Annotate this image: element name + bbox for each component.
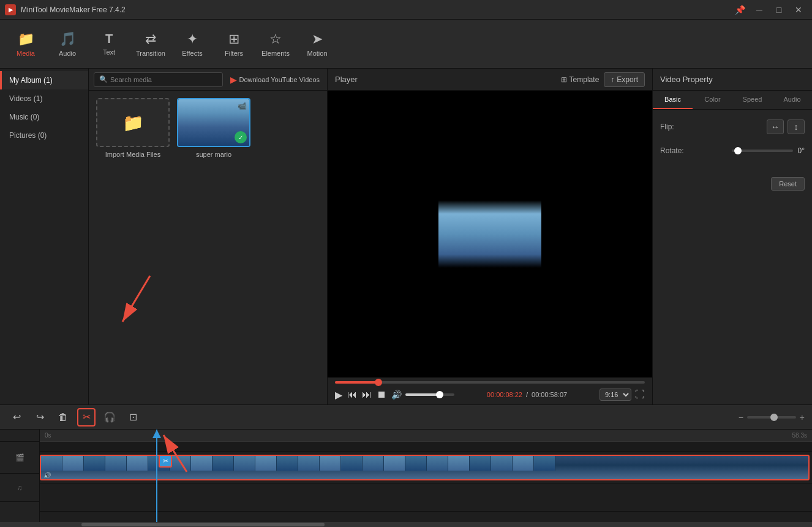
frame-12 — [277, 456, 298, 471]
sidebar-item-pictures[interactable]: Pictures (0) — [0, 126, 88, 145]
rotate-slider[interactable] — [732, 150, 793, 152]
controls-row: ▶ ⏮ ⏭ ⏹ 🔊 00:00:08:22 / 00:00:5 — [335, 389, 645, 401]
rotate-label: Rotate: — [660, 146, 684, 155]
yt-download-button[interactable]: ▶ Download YouTube Videos — [228, 75, 323, 85]
main-toolbar: 📁 Media 🎵 Audio T Text ⇄ Transition ✦ Ef… — [0, 20, 812, 69]
progress-bar[interactable] — [335, 381, 645, 384]
progress-fill — [335, 381, 378, 384]
toolbar-label-transition: Transition — [136, 50, 165, 57]
toolbar-label-motion: Motion — [307, 50, 327, 57]
pin-button[interactable]: 📌 — [731, 4, 748, 16]
playhead[interactable] — [156, 430, 157, 522]
search-placeholder: Search media — [110, 76, 152, 83]
fullscreen-button[interactable]: ⛶ — [635, 389, 645, 400]
flip-label: Flip: — [660, 123, 674, 131]
toolbar-label-audio: Audio — [59, 50, 76, 57]
toolbar-item-text[interactable]: T Text — [88, 22, 130, 66]
media-panel: 🔍 Search media ▶ Download YouTube Videos… — [89, 69, 328, 404]
timeline-tracks: 0s 58.3s — [40, 430, 812, 522]
properties-panel: Video Property Basic Color Speed Audio F… — [653, 69, 812, 404]
audio-detach-button[interactable]: 🎧 — [100, 408, 119, 427]
undo-button[interactable]: ↩ — [7, 408, 26, 427]
frame-4 — [105, 456, 127, 471]
split-button[interactable]: ✂ — [77, 408, 96, 427]
import-thumb[interactable]: 📁 — [96, 98, 170, 147]
sidebar-item-videos[interactable]: Videos (1) — [0, 89, 88, 108]
timeline-toolbar: ↩ ↪ 🗑 ✂ 🎧 ⊡ − + — [0, 405, 812, 430]
tab-audio[interactable]: Audio — [772, 91, 812, 109]
progress-thumb — [375, 379, 382, 386]
tab-speed[interactable]: Speed — [732, 91, 772, 109]
player-actions: ⊞ Template ↑ Export — [561, 72, 645, 87]
total-time: 00:00:58:07 — [532, 391, 567, 398]
prev-frame-button[interactable]: ⏮ — [347, 389, 357, 400]
redo-button[interactable]: ↪ — [31, 408, 49, 427]
track-icon-main: 🎬 — [0, 442, 39, 474]
player-controls: ▶ ⏮ ⏭ ⏹ 🔊 00:00:08:22 / 00:00:5 — [328, 377, 652, 404]
maximize-button[interactable]: □ — [770, 4, 788, 16]
sidebar-item-music[interactable]: Music (0) — [0, 108, 88, 126]
audio-icon: 🎵 — [59, 31, 76, 47]
media-item-super-mario[interactable]: 📹 ✓ super mario — [177, 98, 250, 397]
toolbar-item-audio[interactable]: 🎵 Audio — [47, 22, 88, 66]
flip-row: Flip: ↔ ↕ — [660, 119, 805, 134]
volume-icon[interactable]: 🔊 — [391, 390, 402, 400]
text-icon: T — [105, 32, 113, 46]
player-panel: Player ⊞ Template ↑ Export — [328, 69, 653, 404]
toolbar-item-transition[interactable]: ⇄ Transition — [130, 22, 171, 66]
zoom-in-icon[interactable]: + — [800, 412, 805, 422]
frame-18 — [405, 456, 427, 471]
volume-fill — [405, 393, 440, 396]
ruler-start: 0s — [45, 432, 51, 439]
crop-button[interactable]: ⊡ — [124, 408, 142, 427]
toolbar-item-effects[interactable]: ✦ Effects — [171, 22, 213, 66]
video-seg-top — [438, 142, 541, 200]
tab-basic[interactable]: Basic — [653, 91, 693, 109]
frame-13 — [298, 456, 320, 471]
media-thumb-super-mario[interactable]: 📹 ✓ — [177, 98, 250, 147]
reset-button[interactable]: Reset — [771, 177, 805, 191]
close-button[interactable]: ✕ — [790, 4, 807, 16]
tab-color[interactable]: Color — [693, 91, 732, 109]
toolbar-label-filters: Filters — [225, 50, 243, 57]
search-box[interactable]: 🔍 Search media — [94, 72, 223, 87]
flip-horizontal-button[interactable]: ↔ — [767, 119, 784, 134]
timeline-scrollbar[interactable] — [0, 522, 812, 527]
volume-bar[interactable] — [405, 393, 454, 396]
ruler-spacer — [0, 430, 39, 442]
rotate-controls: 0° — [732, 146, 805, 155]
titlebar: ▶ MiniTool MovieMaker Free 7.4.2 📌 ─ □ ✕ — [0, 0, 812, 20]
sidebar-item-my-album[interactable]: My Album (1) — [0, 71, 88, 89]
minimize-button[interactable]: ─ — [751, 4, 768, 16]
toolbar-item-motion[interactable]: ➤ Motion — [296, 22, 338, 66]
frame-5 — [127, 456, 148, 471]
zoom-out-icon[interactable]: − — [739, 412, 743, 422]
import-media-item[interactable]: 📁 Import Media Files — [96, 98, 170, 397]
rotate-row: Rotate: 0° — [660, 146, 805, 155]
flip-vertical-button[interactable]: ↕ — [788, 119, 805, 134]
export-button[interactable]: ↑ Export — [604, 72, 645, 87]
frame-24 — [534, 456, 555, 471]
template-button[interactable]: ⊞ Template — [561, 75, 600, 84]
frame-20 — [448, 456, 470, 471]
stop-button[interactable]: ⏹ — [377, 389, 386, 400]
toolbar-item-media[interactable]: 📁 Media — [5, 22, 47, 66]
toolbar-item-elements[interactable]: ☆ Elements — [255, 22, 296, 66]
toolbar-item-filters[interactable]: ⊞ Filters — [213, 22, 255, 66]
next-frame-button[interactable]: ⏭ — [362, 389, 372, 400]
frame-16 — [363, 456, 384, 471]
elements-icon: ☆ — [269, 31, 282, 47]
zoom-controls: − + — [739, 412, 805, 422]
yt-icon: ▶ — [230, 75, 237, 85]
video-clip[interactable]: 🔊 ✂ — [40, 455, 810, 480]
zoom-bar[interactable] — [747, 416, 796, 419]
video-seg-bot — [438, 268, 541, 326]
aspect-ratio-select[interactable]: 9:16 16:9 1:1 — [600, 389, 631, 401]
delete-button[interactable]: 🗑 — [54, 408, 72, 427]
frame-23 — [513, 456, 534, 471]
video-preview — [438, 142, 541, 326]
time-sep: / — [526, 391, 528, 398]
import-label: Import Media Files — [105, 151, 160, 158]
track-icon-audio: ♫ — [0, 474, 39, 502]
play-button[interactable]: ▶ — [335, 389, 342, 401]
